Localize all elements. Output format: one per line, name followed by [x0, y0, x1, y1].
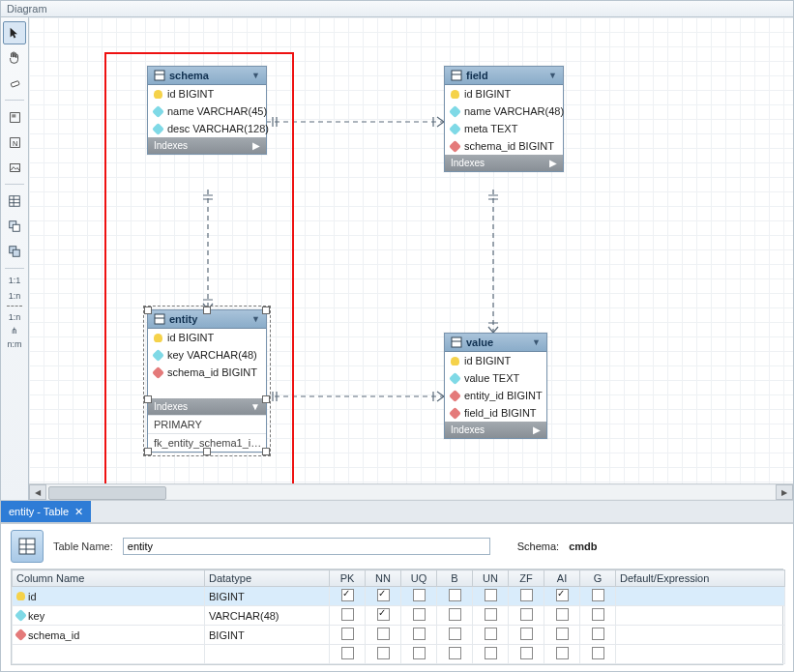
table-header[interactable]: schema ▼ [148, 67, 266, 85]
indexes-header[interactable]: Indexes▶ [445, 155, 563, 171]
checkbox[interactable] [413, 647, 426, 659]
checkbox[interactable] [377, 608, 390, 621]
cell-datatype[interactable]: BIGINT [205, 626, 330, 645]
resize-handle[interactable] [203, 448, 211, 455]
scroll-thumb[interactable] [48, 486, 166, 500]
cell-column-name[interactable]: key [13, 606, 205, 626]
checkbox[interactable] [556, 608, 569, 621]
cell-ai[interactable] [544, 626, 580, 645]
checkbox[interactable] [413, 589, 426, 601]
checkbox[interactable] [377, 628, 390, 640]
cell-b[interactable] [437, 606, 473, 626]
column-row[interactable]: id BIGINT [445, 85, 563, 102]
checkbox[interactable] [592, 647, 604, 659]
column-row[interactable]: entity_id BIGINT [445, 387, 546, 404]
scroll-track[interactable] [46, 485, 776, 499]
checkbox[interactable] [341, 589, 354, 601]
table-name-input[interactable] [123, 538, 490, 555]
resize-handle[interactable] [144, 395, 152, 403]
checkbox[interactable] [556, 628, 569, 640]
checkbox[interactable] [485, 608, 497, 621]
header-b[interactable]: B [437, 570, 473, 587]
cell-uq[interactable] [401, 626, 437, 645]
header-uq[interactable]: UQ [401, 570, 437, 587]
checkbox[interactable] [449, 589, 461, 601]
cell-nn[interactable] [366, 606, 401, 626]
cell-un[interactable] [473, 587, 509, 606]
header-un[interactable]: UN [473, 570, 509, 587]
checkbox[interactable] [341, 628, 354, 640]
cell-default[interactable] [616, 587, 785, 606]
cell-zf[interactable] [509, 606, 544, 626]
grid-row[interactable]: schema_idBIGINT [13, 626, 785, 645]
tab-entity-table[interactable]: entity - Table ✕ [1, 501, 91, 522]
rel-1-n-tool[interactable]: 1:n [9, 289, 21, 303]
column-row[interactable]: id BIGINT [148, 329, 266, 346]
header-column-name[interactable]: Column Name [13, 570, 205, 587]
checkbox[interactable] [592, 628, 604, 640]
scroll-right-button[interactable]: ▶ [776, 484, 793, 500]
cell-uq[interactable] [401, 606, 437, 626]
header-datatype[interactable]: Datatype [205, 570, 330, 587]
checkbox[interactable] [485, 647, 497, 659]
layer-tool[interactable] [3, 105, 26, 129]
column-row[interactable]: key VARCHAR(48) [148, 346, 266, 364]
column-row[interactable]: meta TEXT [445, 120, 563, 137]
cell-uq[interactable] [401, 587, 437, 606]
checkbox[interactable] [449, 608, 461, 621]
index-row[interactable]: PRIMARY [148, 415, 266, 433]
checkbox[interactable] [485, 628, 497, 640]
rel-1-1-tool[interactable]: 1:1 [9, 274, 21, 287]
cell-g[interactable] [580, 626, 616, 645]
resize-handle[interactable] [262, 307, 270, 314]
checkbox[interactable] [377, 589, 390, 601]
header-nn[interactable]: NN [366, 570, 401, 587]
resize-handle[interactable] [144, 307, 152, 314]
grid-row[interactable]: keyVARCHAR(48) [13, 606, 785, 626]
routine-tool[interactable] [3, 240, 26, 263]
eraser-tool[interactable] [3, 72, 26, 95]
scroll-left-button[interactable]: ◀ [29, 484, 46, 500]
checkbox[interactable] [556, 647, 569, 659]
cell-g[interactable] [580, 587, 616, 606]
header-g[interactable]: G [580, 570, 616, 587]
checkbox[interactable] [520, 647, 533, 659]
checkbox[interactable] [592, 589, 604, 601]
collapse-icon[interactable]: ▼ [532, 337, 541, 347]
horizontal-scrollbar[interactable]: ◀ ▶ [29, 483, 793, 500]
cell-default[interactable] [616, 606, 785, 626]
table-value[interactable]: value ▼ id BIGINT value TEXT entity_id B… [444, 333, 547, 439]
cell-datatype[interactable]: BIGINT [205, 587, 330, 606]
close-icon[interactable]: ✕ [74, 506, 83, 518]
resize-handle[interactable] [203, 307, 211, 314]
table-entity[interactable]: entity ▼ id BIGINT key VARCHAR(48) schem… [147, 309, 267, 453]
note-tool[interactable]: N [3, 131, 26, 154]
table-header[interactable]: field ▼ [445, 67, 563, 85]
cell-column-name[interactable]: id [13, 587, 205, 606]
checkbox[interactable] [377, 647, 390, 659]
cell-pk[interactable] [330, 626, 366, 645]
cell-g[interactable] [580, 606, 616, 626]
table-schema[interactable]: schema ▼ id BIGINT name VARCHAR(45) desc… [147, 66, 267, 155]
cell-b[interactable] [437, 587, 473, 606]
cell-default[interactable] [616, 626, 785, 645]
column-row[interactable]: schema_id BIGINT [148, 364, 266, 381]
checkbox[interactable] [485, 589, 497, 601]
header-zf[interactable]: ZF [509, 570, 544, 587]
cell-pk[interactable] [330, 587, 366, 606]
checkbox[interactable] [449, 647, 461, 659]
indexes-header[interactable]: Indexes▶ [148, 137, 266, 154]
column-row[interactable]: id BIGINT [148, 85, 266, 102]
rel-1-n-id-tool[interactable]: 1:n [9, 310, 21, 324]
cell-un[interactable] [473, 606, 509, 626]
column-row[interactable]: value TEXT [445, 369, 546, 387]
checkbox[interactable] [520, 608, 533, 621]
cell-datatype[interactable]: VARCHAR(48) [205, 606, 330, 626]
column-row[interactable]: schema_id BIGINT [445, 137, 563, 155]
checkbox[interactable] [341, 608, 354, 621]
header-default[interactable]: Default/Expression [616, 570, 785, 587]
checkbox[interactable] [449, 628, 461, 640]
cell-un[interactable] [473, 626, 509, 645]
column-row[interactable]: name VARCHAR(45) [148, 102, 266, 120]
cell-nn[interactable] [366, 626, 401, 645]
